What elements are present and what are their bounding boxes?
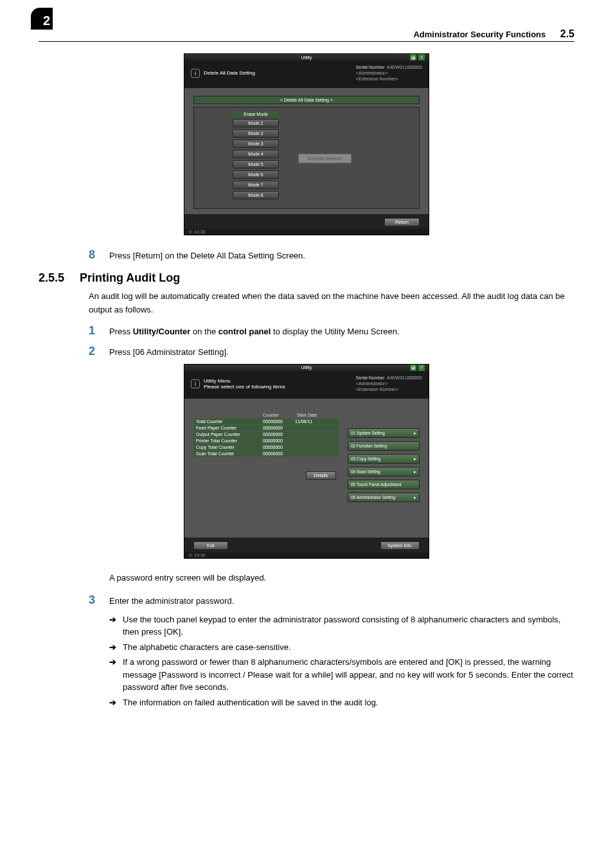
details-button[interactable]: Details — [306, 471, 336, 480]
utility-label: Utility — [301, 55, 312, 60]
table-row: Printer Total Counter00000000 — [193, 438, 339, 444]
mode-button[interactable]: Mode 6 — [233, 170, 279, 179]
step-number: 2 — [89, 345, 98, 359]
screenshot-delete-all-data: Utility ⏻ ? i Delete All Data Setting Se… — [184, 53, 429, 235]
section-number: 2.5.5 — [39, 271, 64, 285]
serial-block: Serial Number A4EW011000003 <Administrat… — [356, 64, 422, 82]
mode-button[interactable]: Mode 8 — [233, 191, 279, 199]
th-date: Start Date — [297, 413, 317, 417]
help-icon[interactable]: ? — [418, 54, 425, 60]
step-text: Enter the administrator password. — [109, 593, 234, 608]
table-row: Total Counter0000000011/08/11 — [193, 419, 339, 424]
mode-button[interactable]: Mode 7 — [233, 181, 279, 189]
sub-bullet: ➔Use the touch panel keypad to enter the… — [109, 613, 574, 638]
system-info-button[interactable]: System Info. — [380, 541, 420, 550]
step-number: 3 — [89, 593, 98, 608]
sub-bullet: ➔The alphabetic characters are case-sens… — [109, 641, 574, 654]
sub-bullet: ➔The information on failed authenticatio… — [109, 696, 574, 709]
menu-system-setting[interactable]: 01 System Setting — [348, 428, 420, 438]
intro-paragraph: An audit log will be automatically creat… — [89, 290, 574, 316]
table-row: Feed Paper Counter00000000 — [193, 425, 339, 431]
table-row: Copy Total Counter00000000 — [193, 444, 339, 450]
mode-button[interactable]: Mode 1 — [233, 119, 279, 127]
step-number: 8 — [89, 248, 98, 262]
arrow-icon: ➔ — [109, 656, 116, 694]
info-icon: i — [191, 379, 200, 388]
erase-mode-label: Erase Mode — [233, 111, 279, 117]
arrow-icon: ➔ — [109, 641, 116, 654]
mode-button[interactable]: Mode 4 — [233, 150, 279, 158]
menu-administrator-setting[interactable]: 06 Administrator Setting — [348, 493, 420, 502]
header-section: 2.5 — [560, 28, 574, 39]
power-icon[interactable]: ⏻ — [410, 54, 416, 60]
utility-label: Utility — [301, 365, 312, 370]
table-row: Output Paper Counter00000000 — [193, 431, 339, 437]
section-title: Printing Audit Log — [80, 271, 180, 285]
step-text: Press Utility/Counter on the control pan… — [109, 324, 400, 338]
exit-button[interactable]: Exit — [193, 541, 228, 550]
step-text: Press [Return] on the Delete All Data Se… — [109, 248, 305, 262]
menu-copy-setting[interactable]: 03 Copy Setting — [348, 454, 420, 464]
sub-bullet: ➔If a wrong password or fewer than 8 alp… — [109, 656, 574, 694]
info-icon: i — [191, 69, 200, 78]
post-shot2-text: A password entry screen will be displaye… — [109, 572, 574, 584]
th-counter: Counter — [263, 413, 279, 417]
serial-block: Serial Number A4EW011000003 <Administrat… — [356, 375, 422, 392]
arrow-icon: ➔ — [109, 696, 116, 709]
page-header: Administrator Security Functions 2.5 — [39, 28, 574, 42]
return-button[interactable]: Return — [384, 218, 420, 226]
menu-function-setting[interactable]: 02 Function Setting — [348, 441, 420, 451]
step-text: Press [06 Administrator Setting]. — [109, 345, 229, 359]
table-row: Scan Total Counter00000000 — [193, 451, 339, 457]
clock: ⏲ 14:38 — [184, 552, 429, 558]
power-icon[interactable]: ⏻ — [410, 365, 416, 371]
mode-button[interactable]: Mode 5 — [233, 160, 279, 168]
help-icon[interactable]: ? — [418, 365, 425, 371]
panel-title: < Delete All Data Setting > — [193, 96, 420, 104]
mode-button[interactable]: Mode 3 — [233, 140, 279, 148]
menu-touch-panel-adjustment[interactable]: 05 Touch Panel Adjustment — [348, 480, 420, 489]
step-number: 1 — [89, 324, 98, 338]
screenshot-utility-menu: Utility ⏻ ? i Utility Menu Please select… — [184, 364, 429, 559]
screen-title: Utility Menu Please select one of follow… — [204, 378, 285, 390]
menu-scan-setting[interactable]: 04 Scan Setting — [348, 467, 420, 476]
execute-deletion-button[interactable]: Execute Deletion — [298, 154, 351, 163]
chapter-badge: 2 — [31, 8, 53, 30]
mode-button[interactable]: Mode 2 — [233, 129, 279, 138]
screen-title: Delete All Data Setting — [204, 70, 255, 76]
clock: ⏲ 14:38 — [184, 229, 429, 235]
arrow-icon: ➔ — [109, 613, 116, 638]
header-title: Administrator Security Functions — [413, 30, 546, 39]
